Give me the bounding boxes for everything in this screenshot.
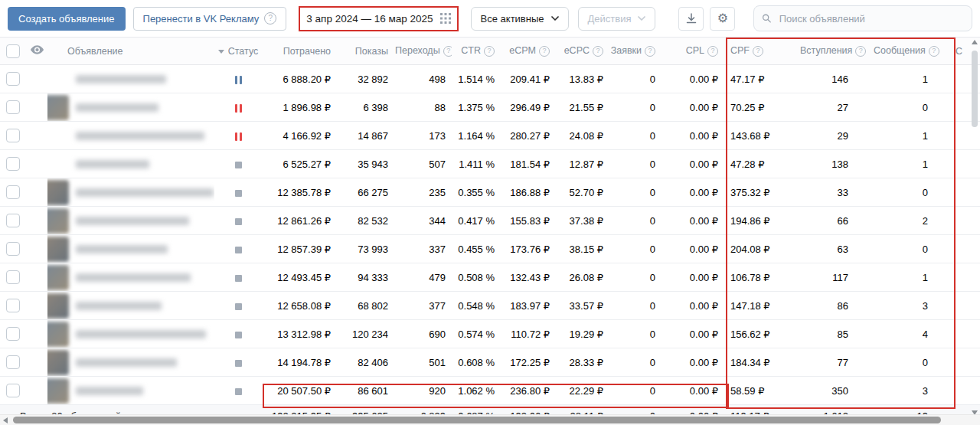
cell-cpl: 0.00 ₽: [660, 320, 723, 348]
search-input[interactable]: [778, 12, 964, 25]
row-checkbox[interactable]: [6, 355, 20, 369]
help-icon[interactable]: ?: [645, 46, 655, 57]
column-header-messages[interactable]: Сообщения?: [873, 38, 949, 65]
help-icon[interactable]: ?: [443, 46, 452, 57]
table-row[interactable]: 12 857.39 ₽ 73 993 337 0.455 % 173.76 ₽ …: [0, 235, 980, 263]
column-header-ad[interactable]: Объявление: [47, 38, 214, 65]
table-row[interactable]: 12 493.45 ₽ 94 333 479 0.508 % 132.43 ₽ …: [0, 263, 980, 292]
settings-button[interactable]: ⚙: [710, 7, 735, 31]
row-checkbox[interactable]: [6, 157, 20, 171]
column-header-leads[interactable]: Заявки?: [608, 38, 660, 65]
ad-name-blurred[interactable]: [76, 103, 158, 112]
table-row[interactable]: 1 896.98 ₽ 6 398 88 1.375 % 296.49 ₽ 21.…: [0, 93, 980, 122]
table-row[interactable]: 20 507.50 ₽ 86 601 920 1.062 % 236.80 ₽ …: [0, 377, 980, 405]
row-checkbox[interactable]: [6, 185, 20, 199]
transfer-to-vk-ads-button[interactable]: Перенести в VK Рекламу ?: [133, 7, 287, 31]
ad-name-blurred[interactable]: [76, 330, 206, 338]
row-checkbox[interactable]: [6, 242, 20, 256]
create-ad-button[interactable]: Создать объявление: [8, 7, 126, 31]
date-range-picker[interactable]: 3 апр 2024 — 16 мар 2025: [306, 13, 450, 25]
table-row[interactable]: 13 312.98 ₽ 120 234 690 0.574 % 110.72 ₽…: [0, 320, 980, 348]
help-icon[interactable]: ?: [264, 12, 276, 25]
ad-name-blurred[interactable]: [76, 188, 214, 197]
scroll-left-arrow-icon[interactable]: [3, 417, 8, 423]
vertical-scrollbar[interactable]: [970, 40, 979, 415]
table-row[interactable]: 12 861.26 ₽ 82 532 344 0.417 % 155.83 ₽ …: [0, 207, 980, 235]
cell-leads: 0: [608, 178, 660, 207]
table-row[interactable]: 6 888.20 ₽ 32 892 498 1.514 % 209.41 ₽ 1…: [0, 65, 980, 93]
ad-name-blurred[interactable]: [76, 160, 149, 168]
help-icon[interactable]: ?: [484, 46, 495, 57]
column-header-visibility[interactable]: [26, 38, 47, 65]
ad-name-blurred[interactable]: [76, 75, 166, 83]
column-header-cpf[interactable]: CPF?: [723, 38, 799, 65]
horizontal-scrollbar[interactable]: [0, 414, 980, 425]
help-icon[interactable]: ?: [929, 46, 939, 57]
ad-name-blurred[interactable]: [76, 245, 168, 253]
cell-ecpm: 280.27 ₽: [499, 122, 554, 150]
column-header-joins[interactable]: Вступления?: [799, 38, 873, 65]
help-icon[interactable]: ?: [707, 46, 718, 57]
row-checkbox[interactable]: [6, 214, 20, 227]
export-button[interactable]: [678, 7, 704, 31]
help-icon[interactable]: ?: [593, 46, 603, 57]
cell-ecpm: 181.54 ₽: [499, 150, 554, 178]
select-all-checkbox[interactable]: [6, 44, 20, 58]
cell-ecpm: 172.25 ₽: [499, 348, 554, 377]
column-header-status[interactable]: Статус: [214, 38, 262, 65]
cell-messages: 0: [873, 178, 949, 207]
status-icon: [235, 329, 242, 340]
ad-name-blurred[interactable]: [76, 358, 177, 367]
row-checkbox[interactable]: [6, 327, 20, 341]
row-checkbox[interactable]: [6, 72, 20, 86]
row-checkbox[interactable]: [6, 384, 20, 397]
cell-impressions: 14 867: [337, 122, 394, 150]
ad-thumbnail: [47, 322, 69, 347]
cell-cpf: 147.18 ₽: [723, 292, 799, 320]
cell-joins: 86: [799, 292, 873, 320]
column-header-spent[interactable]: Потрачено: [262, 38, 337, 65]
cell-ecpc: 37.38 ₽: [554, 207, 608, 235]
help-icon[interactable]: ?: [753, 46, 763, 57]
status-icon: [235, 300, 242, 312]
ad-name-blurred[interactable]: [76, 387, 143, 395]
status-icon: [234, 130, 243, 142]
table-row[interactable]: 4 166.92 ₽ 14 867 173 1.164 % 280.27 ₽ 2…: [0, 122, 980, 150]
scroll-up-arrow-icon[interactable]: [972, 40, 978, 44]
ad-thumbnail: [47, 265, 69, 290]
row-checkbox[interactable]: [6, 270, 20, 284]
help-icon[interactable]: ?: [539, 46, 550, 57]
status-filter-dropdown[interactable]: Все активные: [471, 7, 569, 31]
table-row[interactable]: 14 194.78 ₽ 82 406 501 0.608 % 172.25 ₽ …: [0, 348, 980, 377]
table-row[interactable]: 6 525.27 ₽ 35 943 507 1.411 % 181.54 ₽ 1…: [0, 150, 980, 178]
actions-label: Действия: [588, 13, 632, 25]
cell-spent: 6 888.20 ₽: [262, 65, 337, 93]
search-box[interactable]: [753, 5, 972, 31]
ad-name-blurred[interactable]: [76, 273, 191, 282]
horizontal-scrollbar-thumb[interactable]: [13, 417, 941, 423]
cell-ecpc: 19.29 ₽: [554, 320, 608, 348]
column-header-ecpm[interactable]: eCPM?: [499, 38, 554, 65]
vertical-scrollbar-thumb[interactable]: [972, 51, 978, 127]
cell-impressions: 82 406: [337, 348, 394, 377]
row-checkbox[interactable]: [6, 129, 20, 142]
table-row[interactable]: 12 658.08 ₽ 68 802 377 0.548 % 183.97 ₽ …: [0, 292, 980, 320]
help-icon[interactable]: ?: [855, 46, 866, 57]
ad-name-blurred[interactable]: [76, 217, 189, 225]
ad-name-blurred[interactable]: [76, 132, 204, 140]
cell-joins: 33: [799, 178, 873, 207]
actions-dropdown[interactable]: Действия: [578, 7, 656, 31]
cell-clicks: 501: [394, 348, 452, 377]
cell-leads: 0: [608, 150, 660, 178]
column-header-ecpc[interactable]: eCPC?: [554, 38, 608, 65]
row-checkbox[interactable]: [6, 100, 20, 114]
column-header-impressions[interactable]: Показы: [337, 38, 394, 65]
ad-name-blurred[interactable]: [76, 302, 162, 310]
cell-impressions: 66 275: [337, 178, 394, 207]
column-header-clicks[interactable]: Переходы?: [394, 38, 452, 65]
cell-leads: 0: [608, 348, 660, 377]
column-header-cpl[interactable]: CPL?: [660, 38, 723, 65]
table-row[interactable]: 12 385.78 ₽ 66 275 235 0.355 % 186.88 ₽ …: [0, 178, 980, 207]
row-checkbox[interactable]: [6, 299, 20, 312]
column-header-ctr[interactable]: CTR?: [452, 38, 499, 65]
